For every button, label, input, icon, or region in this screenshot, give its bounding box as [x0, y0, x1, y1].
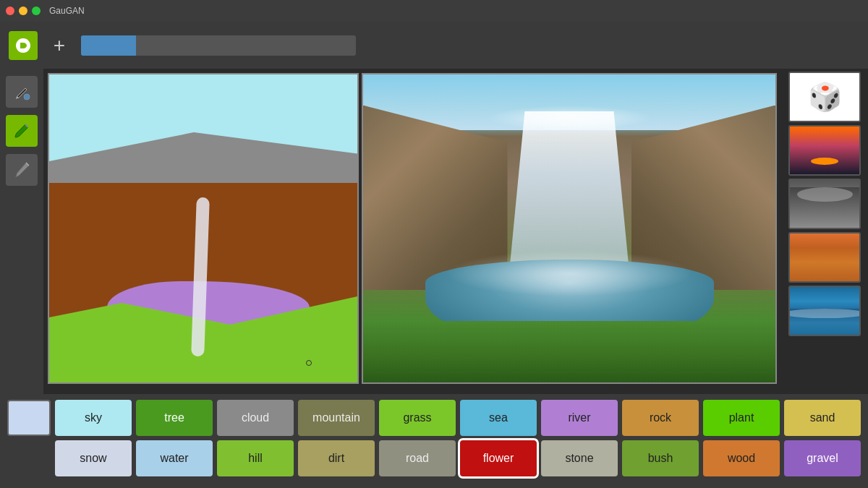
- close-button[interactable]: [6, 7, 14, 15]
- wf-clouds: [487, 106, 652, 130]
- title-bar: GauGAN: [0, 0, 868, 22]
- palette-row-2: snow water hill dirt road flower stone b…: [7, 440, 861, 476]
- palette-bush[interactable]: bush: [622, 440, 699, 476]
- palette-tree[interactable]: tree: [136, 400, 213, 436]
- palette-river[interactable]: river: [541, 400, 618, 436]
- canvas-area: [43, 69, 781, 394]
- minimize-button[interactable]: [19, 7, 27, 15]
- palette-sea[interactable]: sea: [460, 400, 537, 436]
- palette-grass[interactable]: grass: [379, 400, 456, 436]
- top-toolbar: +: [0, 22, 868, 69]
- progress-bar: [81, 35, 356, 56]
- dice-icon: 🎲: [808, 81, 842, 113]
- wf-waterfall: [495, 111, 643, 265]
- palette-water[interactable]: water: [136, 440, 213, 476]
- palette-dirt[interactable]: dirt: [298, 440, 375, 476]
- pencil-tool-button[interactable]: [6, 154, 38, 186]
- palette-cloud[interactable]: cloud: [217, 400, 294, 436]
- random-thumbnail[interactable]: 🎲: [788, 72, 861, 122]
- palette-row-1: sky tree cloud mountain grass sea river …: [7, 400, 861, 436]
- generated-image: [363, 74, 775, 382]
- palette-gravel[interactable]: gravel: [784, 440, 861, 476]
- add-button[interactable]: +: [46, 33, 72, 59]
- palette-stone[interactable]: stone: [541, 440, 618, 476]
- brush-tool-button[interactable]: [6, 115, 38, 147]
- current-color-swatch[interactable]: [7, 400, 51, 436]
- wave-thumbnail[interactable]: [788, 286, 861, 336]
- svg-point-0: [24, 94, 30, 100]
- wf-mist: [446, 250, 693, 296]
- progress-bar-fill: [81, 35, 136, 56]
- palette-rock[interactable]: rock: [622, 400, 699, 436]
- clouds-thumbnail[interactable]: [788, 179, 861, 229]
- main-area: 🎲: [0, 69, 868, 394]
- thumbnail-panel: 🎲: [781, 69, 868, 394]
- result-canvas: [362, 73, 777, 384]
- drawing-canvas[interactable]: [48, 73, 359, 384]
- palette-sand[interactable]: sand: [784, 400, 861, 436]
- palette-mountain[interactable]: mountain: [298, 400, 375, 436]
- app-title: GauGAN: [49, 6, 85, 16]
- cursor: [306, 360, 312, 366]
- wf-grass: [363, 321, 775, 382]
- palette-hill[interactable]: hill: [217, 440, 294, 476]
- fill-tool-button[interactable]: [6, 76, 38, 108]
- palette-sky[interactable]: sky: [55, 400, 132, 436]
- palette-flower[interactable]: flower: [460, 440, 537, 476]
- palette-wood[interactable]: wood: [703, 440, 780, 476]
- palette-plant[interactable]: plant: [703, 400, 780, 436]
- left-toolbar: [0, 69, 43, 394]
- palette-road[interactable]: road: [379, 440, 456, 476]
- sunset-thumbnail[interactable]: [788, 125, 861, 176]
- color-palette: sky tree cloud mountain grass sea river …: [0, 394, 868, 488]
- palette-snow[interactable]: snow: [55, 440, 132, 476]
- nvidia-logo: [9, 31, 38, 60]
- desert-thumbnail[interactable]: [788, 232, 861, 283]
- maximize-button[interactable]: [32, 7, 41, 15]
